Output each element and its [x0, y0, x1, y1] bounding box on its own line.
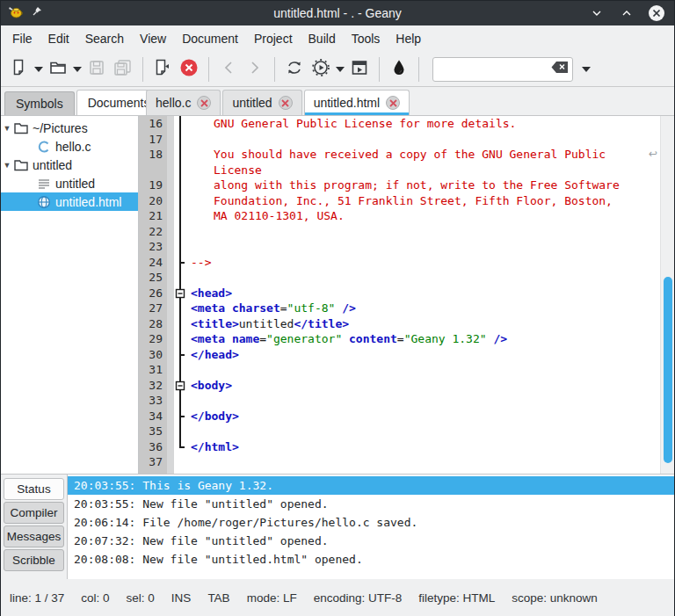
text-file-icon: [36, 177, 52, 191]
code-line[interactable]: [186, 239, 660, 255]
pin-icon[interactable]: [31, 5, 43, 21]
code-line[interactable]: <body>: [186, 378, 660, 394]
status-message[interactable]: 20:03:55: This is Geany 1.32.: [68, 476, 674, 495]
search-input[interactable]: [437, 62, 551, 76]
statusbar-segment-7: filetype: HTML: [418, 591, 495, 605]
menu-project[interactable]: Project: [246, 28, 301, 49]
line-number: 18: [139, 147, 167, 163]
build-button[interactable]: [308, 56, 334, 83]
code-line[interactable]: <head>: [186, 286, 660, 301]
code-line[interactable]: [186, 270, 660, 286]
menu-document[interactable]: Document: [174, 28, 246, 49]
menu-view[interactable]: View: [132, 28, 174, 49]
sidebar-tab-symbols[interactable]: Symbols: [4, 91, 75, 115]
geany-app-icon: [8, 4, 24, 23]
code-line[interactable]: GNU General Public License for more deta…: [186, 116, 660, 132]
clear-search-icon[interactable]: [551, 61, 569, 77]
close-tab-icon[interactable]: [197, 96, 211, 110]
editor-scrollbar[interactable]: [660, 116, 674, 474]
code-line[interactable]: along with this program; if not, write t…: [186, 178, 660, 193]
doc-tab-untitled-html[interactable]: untitled.html: [304, 90, 410, 115]
code-line[interactable]: [186, 224, 660, 240]
fold-marker-boxminus[interactable]: [174, 378, 186, 394]
code-area[interactable]: GNU General Public License for more deta…: [186, 116, 660, 474]
tree-item-hello-c[interactable]: hello.c: [1, 137, 138, 156]
fold-marker-boxminus[interactable]: [174, 286, 186, 301]
panel-tab-status[interactable]: Status: [4, 478, 64, 500]
doc-tab-untitled[interactable]: untitled: [222, 90, 301, 115]
build-dropdown[interactable]: [334, 56, 346, 83]
tree-item-untitled[interactable]: ▼untitled: [1, 156, 138, 174]
menu-help[interactable]: Help: [388, 28, 429, 49]
tree-item-untitled-html[interactable]: untitled.html: [1, 192, 138, 211]
close-tab-icon[interactable]: [386, 96, 400, 110]
code-line[interactable]: MA 02110-1301, USA.: [186, 208, 660, 224]
code-line[interactable]: [186, 454, 660, 470]
fold-marker-corner: [174, 439, 186, 455]
menu-tools[interactable]: Tools: [344, 28, 388, 49]
expander-icon[interactable]: ▼: [1, 124, 13, 133]
menu-file[interactable]: File: [4, 28, 40, 49]
minimize-button[interactable]: [588, 4, 606, 22]
color-drop-icon: [392, 59, 406, 80]
code-line[interactable]: [186, 393, 660, 409]
open-file-dropdown[interactable]: [71, 56, 83, 83]
menu-search[interactable]: Search: [77, 28, 132, 49]
token-cm: You should have received a copy of the G…: [214, 148, 606, 161]
token-attr: name: [232, 332, 259, 345]
code-line[interactable]: -->: [186, 255, 660, 271]
code-line[interactable]: <meta charset="utf-8" />: [186, 301, 660, 316]
compile-button[interactable]: [281, 56, 308, 83]
c-file-icon: [36, 140, 52, 154]
code-line[interactable]: </html>: [186, 439, 660, 455]
fold-margin[interactable]: [174, 116, 186, 474]
code-line[interactable]: [186, 132, 660, 148]
line-number-gutter[interactable]: 1617181920212223242526272829303132333435…: [139, 116, 167, 474]
toolbar-separator: [418, 57, 419, 82]
code-line[interactable]: <meta name="generator" content="Geany 1.…: [186, 331, 660, 347]
close-tab-icon[interactable]: [279, 96, 293, 110]
panel-tab-messages[interactable]: Messages: [4, 525, 64, 547]
code-line[interactable]: </body>: [186, 409, 660, 424]
scrollbar-thumb[interactable]: [664, 277, 672, 463]
status-message[interactable]: 20:08:08: New file "untitled.html" opene…: [68, 550, 674, 569]
code-line[interactable]: <title>untitled</title>: [186, 316, 660, 332]
close-document-button[interactable]: [176, 56, 202, 83]
status-message[interactable]: 20:03:55: New file "untitled" opened.: [68, 495, 674, 513]
code-line[interactable]: You should have received a copy of the G…: [186, 147, 660, 163]
status-message[interactable]: 20:07:32: New file "untitled" opened.: [68, 532, 674, 550]
code-line[interactable]: [186, 424, 660, 439]
status-message[interactable]: 20:06:14: File /home/roger/Pictures/hell…: [68, 513, 674, 532]
doc-tab-hello-c[interactable]: hello.c: [146, 90, 221, 115]
fold-marker-line: [174, 163, 186, 178]
maximize-button[interactable]: [618, 4, 635, 22]
sidebar-tabs: SymbolsDocuments: [1, 90, 139, 115]
close-window-button[interactable]: [648, 4, 665, 22]
line-number: 19: [139, 178, 167, 193]
search-history-dropdown[interactable]: [580, 56, 592, 83]
expander-icon[interactable]: ▼: [1, 161, 13, 170]
line-number: 27: [139, 301, 167, 316]
menu-build[interactable]: Build: [301, 28, 344, 49]
toolbar-search-field[interactable]: [432, 57, 573, 82]
fold-marker-line: [174, 424, 186, 439]
code-line[interactable]: [186, 362, 660, 378]
color-chooser-button[interactable]: [386, 56, 412, 83]
open-file-button[interactable]: [45, 56, 71, 83]
token-cm: -->: [191, 256, 211, 269]
code-line[interactable]: License: [186, 163, 660, 178]
revert-button[interactable]: [149, 56, 176, 83]
new-file-button[interactable]: [6, 56, 33, 83]
menu-edit[interactable]: Edit: [40, 28, 77, 49]
run-button[interactable]: [346, 56, 373, 83]
panel-tab-scribble[interactable]: Scribble: [4, 549, 64, 571]
tree-item-untitled[interactable]: untitled: [1, 174, 138, 192]
new-file-dropdown[interactable]: [33, 56, 45, 83]
status-message-list: 20:03:55: This is Geany 1.32.20:03:55: N…: [68, 475, 674, 579]
tree-item--Pictures[interactable]: ▼~/Pictures: [1, 119, 138, 137]
code-line[interactable]: </head>: [186, 347, 660, 363]
panel-tab-compiler[interactable]: Compiler: [4, 502, 64, 524]
code-line[interactable]: Foundation, Inc., 51 Franklin Street, Fi…: [186, 193, 660, 209]
marker-margin[interactable]: [167, 116, 174, 474]
back-icon: [221, 59, 236, 80]
